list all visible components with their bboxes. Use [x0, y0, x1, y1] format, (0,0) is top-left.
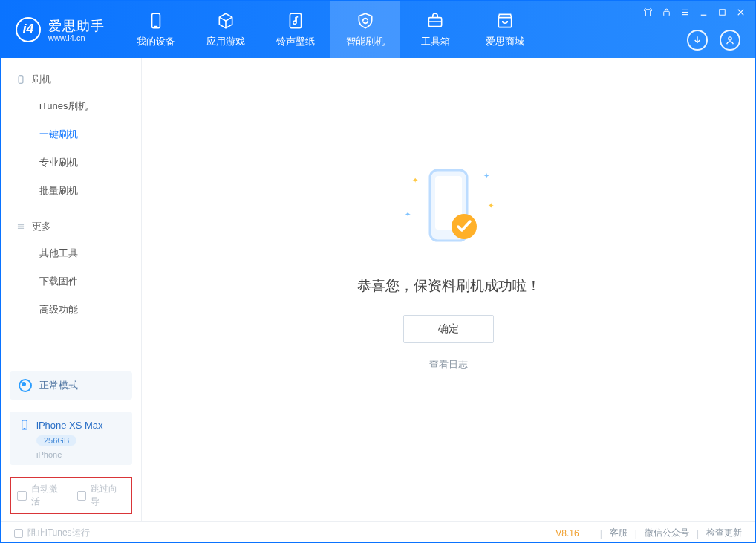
nav-smart-flash[interactable]: 智能刷机: [330, 1, 400, 58]
lock-icon[interactable]: [661, 7, 672, 18]
svg-point-14: [729, 37, 731, 40]
device-card[interactable]: iPhone XS Max 256GB iPhone: [10, 412, 132, 465]
mode-icon: [19, 379, 32, 392]
music-note-icon: [286, 11, 305, 30]
version-label: V8.16: [555, 528, 579, 539]
svg-rect-11: [720, 10, 726, 16]
account-button[interactable]: [720, 30, 740, 51]
menu-small-icon: [16, 221, 26, 232]
logo-icon: i4: [16, 17, 41, 42]
window-controls: [642, 7, 746, 18]
main-content: ✦ ✦ ✦ ✦ 恭喜您，保资料刷机成功啦！ 确定 查看日志: [142, 58, 755, 521]
toolbox-icon: [426, 11, 445, 30]
body: 刷机 iTunes刷机 一键刷机 专业刷机 批量刷机 更多 其他工具 下载固件 …: [1, 58, 755, 521]
nav-apps-games[interactable]: 应用游戏: [191, 1, 261, 58]
menu-icon[interactable]: [680, 7, 691, 18]
footer-link-wechat[interactable]: 微信公众号: [645, 527, 689, 539]
footer: 阻止iTunes运行 V8.16 | 客服 | 微信公众号 | 检查更新: [1, 521, 755, 543]
device-phone-icon: [19, 419, 30, 431]
phone-icon: [146, 11, 166, 30]
checkbox-label: 跳过向导: [91, 483, 125, 508]
nav-label: 工具箱: [421, 35, 450, 48]
nav-shop[interactable]: 爱思商城: [470, 1, 540, 58]
shop-icon: [495, 11, 515, 30]
cube-icon: [216, 11, 235, 30]
sidebar-group-flash: 刷机: [1, 65, 141, 92]
device-storage-badge: 256GB: [36, 435, 76, 446]
svg-rect-15: [19, 76, 23, 84]
sidebar-item-download-firmware[interactable]: 下载固件: [1, 267, 141, 296]
tshirt-icon[interactable]: [642, 7, 654, 18]
nav-label: 铃声壁纸: [276, 35, 315, 48]
checkbox-icon: [14, 529, 23, 538]
phone-small-icon: [16, 74, 26, 85]
svg-rect-5: [498, 17, 511, 27]
view-log-link[interactable]: 查看日志: [429, 358, 468, 371]
checkbox-label: 自动激活: [31, 483, 65, 508]
titlebar-actions: [687, 30, 740, 51]
sidebar-group-label: 刷机: [32, 73, 51, 86]
download-button[interactable]: [687, 30, 708, 51]
app-logo[interactable]: i4 爱思助手 www.i4.cn: [1, 1, 121, 58]
app-name-en: www.i4.cn: [48, 33, 105, 42]
checkbox-label: 阻止iTunes运行: [27, 527, 90, 539]
sidebar: 刷机 iTunes刷机 一键刷机 专业刷机 批量刷机 更多 其他工具 下载固件 …: [1, 58, 142, 521]
sidebar-item-itunes-flash[interactable]: iTunes刷机: [1, 92, 141, 120]
sidebar-item-advanced[interactable]: 高级功能: [1, 296, 141, 324]
sidebar-group-more: 更多: [1, 212, 141, 239]
close-icon[interactable]: [735, 7, 746, 18]
nav-label: 应用游戏: [206, 35, 245, 48]
nav-label: 智能刷机: [346, 35, 385, 48]
ok-button[interactable]: 确定: [403, 315, 494, 343]
maximize-icon[interactable]: [717, 7, 728, 18]
sidebar-item-pro-flash[interactable]: 专业刷机: [1, 149, 141, 177]
nav-my-device[interactable]: 我的设备: [121, 1, 191, 58]
footer-link-support[interactable]: 客服: [610, 527, 628, 539]
checkbox-auto-activate[interactable]: 自动激活: [17, 483, 65, 508]
svg-rect-6: [664, 11, 670, 16]
mode-card[interactable]: 正常模式: [10, 371, 132, 400]
titlebar: i4 爱思助手 www.i4.cn 我的设备 应用游戏 铃声壁纸: [1, 1, 755, 58]
checkbox-icon: [17, 491, 27, 501]
checkbox-block-itunes[interactable]: 阻止iTunes运行: [14, 527, 90, 539]
sidebar-group-label: 更多: [32, 220, 51, 233]
success-title: 恭喜您，保资料刷机成功啦！: [357, 276, 541, 296]
highlighted-options: 自动激活 跳过向导: [10, 477, 132, 514]
minimize-icon[interactable]: [698, 7, 709, 18]
checkbox-skip-guide[interactable]: 跳过向导: [77, 483, 126, 508]
device-name: iPhone XS Max: [36, 420, 103, 431]
nav-label: 爱思商城: [486, 35, 524, 48]
nav-label: 我的设备: [137, 35, 175, 48]
sidebar-item-oneclick-flash[interactable]: 一键刷机: [1, 120, 141, 149]
mode-label: 正常模式: [39, 379, 78, 392]
checkbox-icon: [77, 491, 87, 501]
sidebar-item-batch-flash[interactable]: 批量刷机: [1, 177, 141, 205]
sidebar-item-other-tools[interactable]: 其他工具: [1, 239, 141, 267]
refresh-shield-icon: [356, 11, 375, 30]
nav-toolbox[interactable]: 工具箱: [400, 1, 470, 58]
footer-link-check-update[interactable]: 检查更新: [706, 527, 742, 539]
device-type: iPhone: [36, 450, 62, 459]
nav-ringtones-wallpapers[interactable]: 铃声壁纸: [261, 1, 330, 58]
top-nav: 我的设备 应用游戏 铃声壁纸 智能刷机 工具箱: [121, 1, 540, 58]
success-illustration: ✦ ✦ ✦ ✦: [400, 164, 497, 256]
app-name-cn: 爱思助手: [48, 17, 105, 35]
